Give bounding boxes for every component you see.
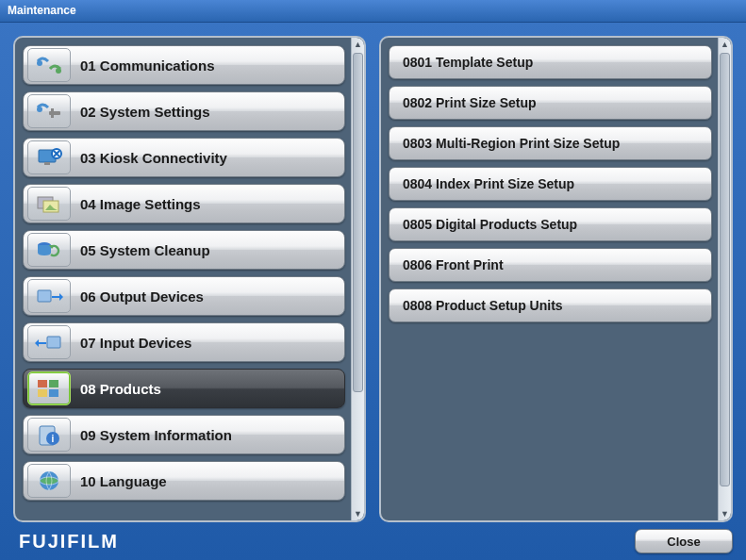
output-devices-icon: [27, 279, 71, 313]
sub-menu-label: 0805 Digital Products Setup: [403, 217, 577, 232]
main-menu-panel: 01 Communications02 System Settings03 Ki…: [13, 36, 366, 522]
main-menu-label: 04 Image Settings: [80, 196, 201, 212]
language-icon: [27, 464, 71, 498]
sub-menu-scrollbar[interactable]: ▲ ▼: [718, 38, 731, 520]
main-menu-label: 10 Language: [80, 473, 167, 489]
sub-menu-label: 0806 Front Print: [403, 257, 504, 272]
sub-menu-item-0805[interactable]: 0805 Digital Products Setup: [389, 207, 712, 241]
main-menu-list: 01 Communications02 System Settings03 Ki…: [15, 38, 351, 520]
scroll-thumb[interactable]: [720, 53, 730, 486]
sub-menu-label: 0801 Template Setup: [403, 55, 533, 70]
main-menu-label: 06 Output Devices: [80, 288, 204, 305]
main-menu-label: 01 Communications: [80, 58, 215, 74]
main-menu-label: 09 System Information: [80, 427, 232, 443]
main-menu-item-09[interactable]: 09 System Information: [23, 415, 345, 454]
sub-menu-label: 0808 Product Setup Units: [403, 298, 563, 313]
input-devices-icon: [27, 325, 71, 359]
system-settings-icon: [27, 94, 71, 128]
close-button-label: Close: [667, 535, 700, 549]
scroll-down-icon[interactable]: ▼: [719, 507, 731, 520]
system-cleanup-icon: [27, 233, 71, 267]
workarea: 01 Communications02 System Settings03 Ki…: [0, 23, 746, 528]
sub-menu-label: 0803 Multi-Region Print Size Setup: [403, 136, 620, 151]
main-menu-item-07[interactable]: 07 Input Devices: [23, 322, 345, 362]
window-titlebar: Maintenance: [0, 0, 746, 23]
sub-menu-item-0802[interactable]: 0802 Print Size Setup: [389, 86, 712, 120]
main-menu-item-02[interactable]: 02 System Settings: [23, 91, 345, 131]
main-menu-label: 02 System Settings: [80, 104, 210, 120]
sub-menu-item-0803[interactable]: 0803 Multi-Region Print Size Setup: [389, 126, 712, 160]
products-icon: [27, 371, 71, 405]
sub-menu-item-0808[interactable]: 0808 Product Setup Units: [389, 288, 712, 322]
footer: FUJIFILM Close: [0, 528, 746, 560]
scroll-down-icon[interactable]: ▼: [352, 507, 364, 520]
system-information-icon: [27, 418, 71, 452]
main-menu-item-05[interactable]: 05 System Cleanup: [23, 230, 345, 270]
main-menu-item-08[interactable]: 08 Products: [23, 369, 345, 408]
scroll-up-icon[interactable]: ▲: [719, 38, 731, 51]
main-menu-item-10[interactable]: 10 Language: [23, 461, 345, 501]
sub-menu-item-0806[interactable]: 0806 Front Print: [389, 248, 712, 282]
main-menu-item-03[interactable]: 03 Kiosk Connectivity: [23, 138, 345, 177]
sub-menu-label: 0802 Print Size Setup: [403, 95, 537, 110]
main-menu-scrollbar[interactable]: ▲ ▼: [351, 38, 364, 520]
main-menu-label: 03 Kiosk Connectivity: [80, 150, 227, 166]
image-settings-icon: [27, 187, 71, 221]
sub-menu-label: 0804 Index Print Size Setup: [403, 176, 574, 191]
kiosk-connectivity-icon: [27, 140, 71, 174]
main-menu-item-04[interactable]: 04 Image Settings: [23, 184, 345, 223]
sub-menu-item-0804[interactable]: 0804 Index Print Size Setup: [389, 167, 712, 201]
main-menu-item-01[interactable]: 01 Communications: [23, 45, 345, 85]
main-menu-item-06[interactable]: 06 Output Devices: [23, 276, 345, 316]
sub-menu-panel: 0801 Template Setup0802 Print Size Setup…: [379, 36, 733, 522]
communications-icon: [27, 48, 71, 82]
sub-menu-list: 0801 Template Setup0802 Print Size Setup…: [381, 38, 718, 520]
main-menu-label: 08 Products: [80, 381, 161, 397]
scroll-thumb[interactable]: [353, 53, 363, 392]
sub-menu-item-0801[interactable]: 0801 Template Setup: [389, 45, 712, 79]
brand-logo: FUJIFILM: [19, 531, 119, 552]
main-menu-label: 05 System Cleanup: [80, 242, 210, 258]
scroll-up-icon[interactable]: ▲: [352, 38, 364, 51]
main-menu-label: 07 Input Devices: [80, 335, 191, 351]
close-button[interactable]: Close: [635, 529, 733, 553]
window-title: Maintenance: [8, 4, 76, 17]
